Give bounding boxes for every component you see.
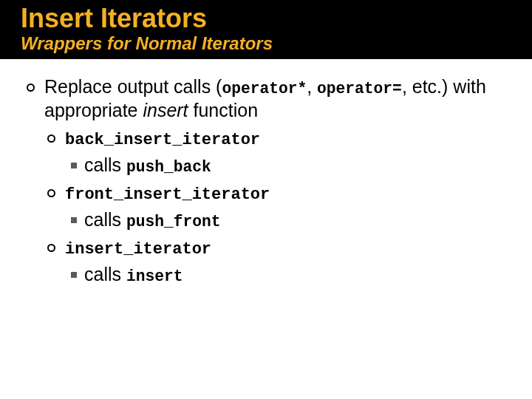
code-push-front: push_front [126,213,221,231]
text: function [188,100,259,120]
code-insert-iterator: insert_iterator [65,240,211,259]
slide-subtitle: Wrappers for Normal Iterators [21,34,532,53]
list-item: calls insert [65,263,510,287]
list-item: calls push_front [65,208,510,232]
bullet-list: Replace output calls (operator*, operato… [22,75,510,286]
slide: Insert Iterators Wrappers for Normal Ite… [0,0,532,399]
list-item: insert_iterator calls insert [44,236,510,286]
italic-insert: insert [143,100,188,120]
sub-sub-list: calls push_front [65,208,510,232]
text: , [307,76,317,97]
text: calls [84,264,126,284]
sub-sub-list: calls push_back [65,154,510,177]
code-front-insert-iterator: front_insert_iterator [65,185,270,204]
text: Replace output calls ( [44,76,222,97]
main-bullet: Replace output calls (operator*, operato… [22,75,510,286]
code-operator-star: operator* [222,80,307,98]
list-item: calls push_back [65,154,510,177]
code-insert: insert [126,267,183,285]
sub-list: back_insert_iterator calls push_back fro… [44,126,510,286]
list-item: back_insert_iterator calls push_back [44,126,510,177]
sub-sub-list: calls insert [65,263,510,287]
header-band: Insert Iterators Wrappers for Normal Ite… [0,0,532,59]
slide-body: Replace output calls (operator*, operato… [0,59,532,286]
text: calls [84,209,126,230]
list-item: front_insert_iterator calls push_front [44,181,510,231]
text: calls [84,154,126,175]
code-operator-eq: operator= [317,80,402,98]
slide-title: Insert Iterators [21,4,532,33]
code-push-back: push_back [126,158,211,176]
code-back-insert-iterator: back_insert_iterator [65,131,260,149]
